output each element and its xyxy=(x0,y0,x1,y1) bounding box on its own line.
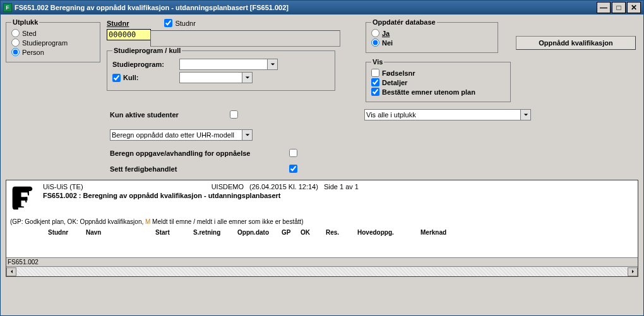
report-legend-pre: (GP: Godkjent plan, OK: Oppnådd kvalifik… xyxy=(10,218,145,225)
radio-studieprogram-label: Studieprogram xyxy=(22,39,68,47)
check-detaljer-label: Detaljer xyxy=(382,79,407,86)
scroll-track[interactable] xyxy=(16,267,628,276)
utplukk-legend: Utplukk xyxy=(11,18,39,26)
vis-alle-drop-icon[interactable] xyxy=(521,109,531,120)
vis-group: Vis Fødselsnr Detaljer Bestătte emner ut… xyxy=(366,58,511,102)
radio-nei-label: Nei xyxy=(382,39,393,47)
col-studnr: Studnr xyxy=(48,229,86,236)
radio-studieprogram-input[interactable] xyxy=(11,38,20,47)
col-hovedoppg: Hovedoppg. xyxy=(357,229,420,236)
studnr-block: Studnr Studnr Studieprogram / kull Studi… xyxy=(107,18,340,91)
kull-label: Kull: xyxy=(123,74,138,81)
report-org: UiS-UiS (TE) xyxy=(43,183,83,190)
report-title: FS651.002 : Beregning av oppnådd kvalifi… xyxy=(43,192,634,199)
col-gp: GP xyxy=(282,229,301,236)
check-bestatte-input[interactable] xyxy=(371,88,379,96)
col-res: Res. xyxy=(326,229,357,236)
kull-combo[interactable] xyxy=(179,72,253,83)
utplukk-group: Utplukk Sted Studieprogram Person xyxy=(6,18,100,62)
report-legend: (GP: Godkjent plan, OK: Oppnådd kvalifik… xyxy=(10,218,634,225)
col-ok: OK xyxy=(301,229,326,236)
oppdater-legend: Oppdatér database xyxy=(371,18,437,26)
report-columns: Studnr Navn Start S.retning Oppn.dato GP… xyxy=(10,229,634,236)
oppdater-database-group: Oppdatér database Ja Nei xyxy=(366,18,498,53)
minimize-button[interactable]: — xyxy=(597,2,611,13)
scroll-left-button[interactable] xyxy=(6,267,16,276)
horizontal-scrollbar[interactable] xyxy=(6,266,638,276)
radio-person-label: Person xyxy=(22,49,44,56)
calc-model-drop-icon[interactable] xyxy=(242,129,253,141)
close-button[interactable]: ✕ xyxy=(627,2,641,13)
sp-kull-legend: Studieprogram / kull xyxy=(112,47,182,54)
check-bestatte-label: Bestătte emner utenom plan xyxy=(382,88,475,96)
sett-ferdig-check[interactable] xyxy=(289,165,297,173)
col-merknad: Merknad xyxy=(420,229,471,236)
radio-person[interactable]: Person xyxy=(11,47,95,57)
window-buttons: — □ ✕ xyxy=(597,2,641,13)
radio-nei[interactable]: Nei xyxy=(371,38,492,47)
vis-legend: Vis xyxy=(371,58,384,66)
col-sretning: S.retning xyxy=(193,229,237,236)
right-column: Oppdatér database Ja Nei Vis Fødselsnr xyxy=(366,18,511,102)
check-bestatte[interactable]: Bestătte emner utenom plan xyxy=(371,87,505,97)
radio-sted-input[interactable] xyxy=(11,29,20,37)
report-datetime: (26.04.2015 Kl. 12:14) xyxy=(249,183,318,190)
report-panel: F UiS-UiS (TE) UISDEMO (26.04.2015 Kl. 1… xyxy=(6,180,638,277)
titlebar: F FS651.002 Beregning av oppnådd kvalifi… xyxy=(1,1,643,15)
col-navn: Navn xyxy=(86,229,155,236)
studnr-label: Studnr xyxy=(107,20,129,27)
studnr-check[interactable]: Studnr xyxy=(164,18,195,28)
studieprogram-combo[interactable] xyxy=(179,59,278,70)
studieprogram-input[interactable] xyxy=(179,59,268,70)
calc-model-input[interactable] xyxy=(110,129,242,141)
radio-nei-input[interactable] xyxy=(371,38,379,47)
check-detaljer-input[interactable] xyxy=(371,78,379,86)
maximize-button[interactable]: □ xyxy=(612,2,626,13)
studieprogram-kull-group: Studieprogram / kull Studieprogram: Kull… xyxy=(107,47,335,91)
kull-input[interactable] xyxy=(179,72,242,83)
form-area: Oppnådd kvalifikasjon Utplukk Sted Studi… xyxy=(1,15,643,315)
studieprogram-label: Studieprogram: xyxy=(112,61,176,68)
col-oppndato: Oppn.dato xyxy=(237,229,282,236)
radio-ja[interactable]: Ja xyxy=(371,28,492,38)
kun-aktive-label: Kun aktive studenter xyxy=(110,111,217,119)
beregn-oppg-check[interactable] xyxy=(289,149,297,157)
report-header-line1: UiS-UiS (TE) UISDEMO (26.04.2015 Kl. 12:… xyxy=(43,183,634,190)
app-icon: F xyxy=(3,3,12,12)
calc-model-combo[interactable] xyxy=(110,129,438,141)
radio-person-input[interactable] xyxy=(11,48,20,56)
report-page: Side 1 av 1 xyxy=(324,183,359,190)
report-status-bar: FS651.002 xyxy=(6,257,638,266)
kull-drop-icon[interactable] xyxy=(242,72,253,83)
kun-aktive-check[interactable] xyxy=(230,110,238,119)
check-fodselsnr[interactable]: Fødselsnr xyxy=(371,68,505,78)
sett-ferdig-label: Sett ferdigbehandlet xyxy=(110,165,287,173)
studnr-display-box xyxy=(150,30,340,47)
scroll-right-button[interactable] xyxy=(628,267,638,276)
kull-check-input[interactable] xyxy=(112,74,121,82)
svg-text:F: F xyxy=(15,185,30,212)
check-fodselsnr-label: Fødselsnr xyxy=(382,69,415,77)
studieprogram-drop-icon[interactable] xyxy=(268,59,278,70)
fs-logo-icon: F xyxy=(10,184,38,212)
report-legend-post: Meldt til emne / meldt i alle emner som … xyxy=(150,218,303,225)
radio-sted-label: Sted xyxy=(22,30,37,37)
beregn-oppg-label: Beregn oppgave/avhandling for oppnåelse xyxy=(110,149,287,157)
studnr-check-input[interactable] xyxy=(164,19,172,27)
check-fodselsnr-input[interactable] xyxy=(371,69,379,77)
radio-studieprogram[interactable]: Studieprogram xyxy=(11,38,95,47)
window-title: FS651.002 Beregning av oppnådd kvalifika… xyxy=(15,4,597,11)
kull-check[interactable]: Kull: xyxy=(112,73,176,83)
radio-ja-label: Ja xyxy=(382,30,390,37)
report-env: UISDEMO xyxy=(212,183,244,190)
check-detaljer[interactable]: Detaljer xyxy=(371,78,505,87)
vis-alle-input[interactable] xyxy=(364,109,521,120)
oppnadd-kvalifikasjon-button[interactable]: Oppnådd kvalifikasjon xyxy=(516,36,636,50)
app-window: F FS651.002 Beregning av oppnådd kvalifi… xyxy=(0,0,644,316)
studnr-input[interactable] xyxy=(107,29,151,40)
col-start: Start xyxy=(155,229,193,236)
radio-ja-input[interactable] xyxy=(371,29,379,37)
radio-sted[interactable]: Sted xyxy=(11,28,95,38)
vis-alle-combo[interactable] xyxy=(364,109,531,120)
studnr-check-label: Studnr xyxy=(175,20,195,27)
